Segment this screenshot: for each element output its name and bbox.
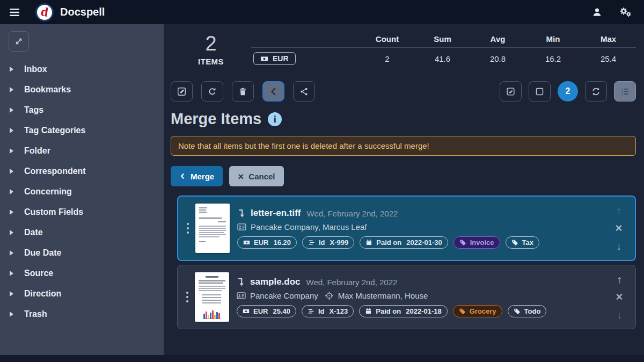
merge-item-card-2[interactable]: sample.doc Wed, February 2nd, 2022	[177, 265, 636, 329]
sidebar-item[interactable]: Trash	[0, 304, 164, 324]
sidebar-item[interactable]: Bookmarks	[0, 79, 164, 100]
merge-button[interactable]: Merge	[171, 166, 223, 186]
sidebar-item[interactable]: Date	[0, 222, 164, 243]
sidebar-item[interactable]: Custom Fields	[0, 202, 164, 222]
amount-value: 25.40	[273, 307, 290, 315]
tag-icon	[459, 239, 466, 246]
id-value: X-999	[330, 238, 349, 247]
item-card-controls	[609, 272, 630, 322]
list-check-icon	[620, 87, 630, 96]
caret-right-icon	[10, 230, 13, 235]
stats-value: 16.2	[525, 54, 581, 63]
sidebar-item[interactable]: Due Date	[0, 243, 164, 263]
id-badge: Id X-123	[302, 305, 354, 317]
move-up-icon[interactable]	[617, 274, 622, 285]
tag-badge: Tax	[506, 236, 539, 249]
reload-button[interactable]	[201, 81, 223, 102]
sidebar-item-label: Custom Fields	[24, 207, 83, 217]
navbar-right	[591, 6, 632, 18]
caret-right-icon	[10, 312, 13, 317]
caret-right-icon	[10, 271, 13, 276]
sidebar-menu: Inbox Bookmarks Tags Tag Categor	[0, 59, 164, 324]
item-filename: letter-en.tiff	[251, 208, 301, 219]
select-all-button[interactable]	[500, 81, 522, 102]
merge-warning-note: Note that all items but the first one is…	[171, 136, 636, 156]
item-card-body: sample.doc Wed, February 2nd, 2022	[237, 277, 609, 317]
sidebar-item-label: Source	[24, 269, 53, 278]
tag-label: Tax	[522, 238, 533, 247]
paid-label: Paid on	[376, 307, 401, 315]
settings-gears-icon[interactable]	[618, 6, 632, 18]
sidebar-item-label: Date	[24, 228, 43, 237]
user-icon[interactable]	[591, 6, 603, 18]
merge-items-button[interactable]	[262, 81, 284, 102]
delete-items-button[interactable]	[232, 81, 254, 102]
stats-value: 20.8	[470, 54, 525, 63]
turn-down-arrow-icon	[237, 277, 245, 287]
tag-icon	[514, 308, 521, 315]
hamburger-menu-icon[interactable]	[8, 6, 21, 18]
money-bill-icon	[243, 308, 250, 315]
sidebar-item[interactable]: Tag Categories	[0, 120, 164, 141]
cancel-button-label: Cancel	[248, 172, 275, 181]
move-down-icon[interactable]	[616, 241, 621, 251]
toolbar-left	[171, 81, 315, 102]
item-correspondent: Pancake Company, Marcus Leaf	[251, 222, 367, 231]
amount-badge: EUR 25.40	[237, 305, 296, 317]
remove-item-icon[interactable]	[616, 291, 623, 303]
move-down-icon[interactable]	[617, 309, 622, 320]
invert-selection-button[interactable]	[585, 81, 607, 102]
tag-badge: Invoice	[453, 236, 500, 249]
move-up-icon[interactable]	[616, 205, 621, 216]
sidebar-item-label: Concerning	[24, 187, 72, 197]
share-button[interactable]	[293, 81, 315, 102]
docspell-logo: d	[35, 3, 54, 21]
caret-right-icon	[10, 148, 13, 154]
sidebar-item[interactable]: Folder	[0, 141, 164, 161]
sidebar-item[interactable]: Source	[0, 263, 164, 284]
document-thumbnail	[195, 204, 230, 253]
sidebar-item[interactable]: Direction	[0, 284, 164, 304]
paid-label: Paid on	[376, 238, 401, 247]
caret-right-icon	[10, 67, 13, 72]
stats-table: Count Sum Avg Min Max	[251, 31, 636, 69]
sidebar-item[interactable]: Inbox	[0, 59, 164, 79]
expand-sidebar-button[interactable]	[9, 31, 29, 52]
sidebar-item-label: Trash	[24, 309, 47, 319]
item-card-controls	[608, 204, 630, 253]
turn-down-arrow-icon	[237, 208, 246, 218]
x-icon	[238, 171, 244, 182]
drag-handle[interactable]	[180, 292, 195, 302]
list-view-button[interactable]	[614, 81, 636, 102]
sidebar-item[interactable]: Correspondent	[0, 161, 164, 182]
info-icon[interactable]	[268, 112, 282, 126]
sidebar-item[interactable]: Concerning	[0, 182, 164, 202]
edit-items-button[interactable]	[171, 81, 193, 102]
item-card-body: letter-en.tiff Wed, February 2nd, 2022	[237, 208, 608, 249]
top-navbar: d Docspell	[0, 0, 644, 24]
tag-icon	[459, 308, 466, 315]
id-label: Id	[319, 238, 325, 247]
remove-item-icon[interactable]	[616, 222, 623, 234]
page-title-text: Merge Items	[171, 110, 261, 128]
sidebar-item[interactable]: Tags	[0, 100, 164, 120]
stats-column-header: Max	[581, 34, 636, 44]
tag-label: Todo	[524, 307, 541, 315]
cancel-button[interactable]: Cancel	[229, 166, 283, 186]
chevron-left-icon	[269, 87, 278, 96]
merge-item-card-1[interactable]: letter-en.tiff Wed, February 2nd, 2022	[177, 196, 636, 261]
logo-letter: d	[40, 5, 49, 19]
item-date: Wed, February 2nd, 2022	[306, 278, 398, 287]
amount-currency: EUR	[253, 307, 268, 315]
id-label: Id	[318, 307, 325, 315]
toolbar-right: 2	[500, 81, 636, 102]
calendar-icon	[365, 239, 372, 246]
sidebar-item-label: Tag Categories	[24, 126, 85, 135]
deselect-all-button[interactable]	[529, 81, 551, 102]
merge-item-list: letter-en.tiff Wed, February 2nd, 2022	[177, 196, 636, 329]
docspell-app: d Docspell	[0, 0, 644, 362]
stats-section: 2 ITEMS Count Sum Avg Min	[171, 31, 636, 69]
caret-right-icon	[10, 291, 13, 296]
drag-handle[interactable]	[180, 223, 195, 234]
sync-arrows-icon	[591, 87, 601, 96]
